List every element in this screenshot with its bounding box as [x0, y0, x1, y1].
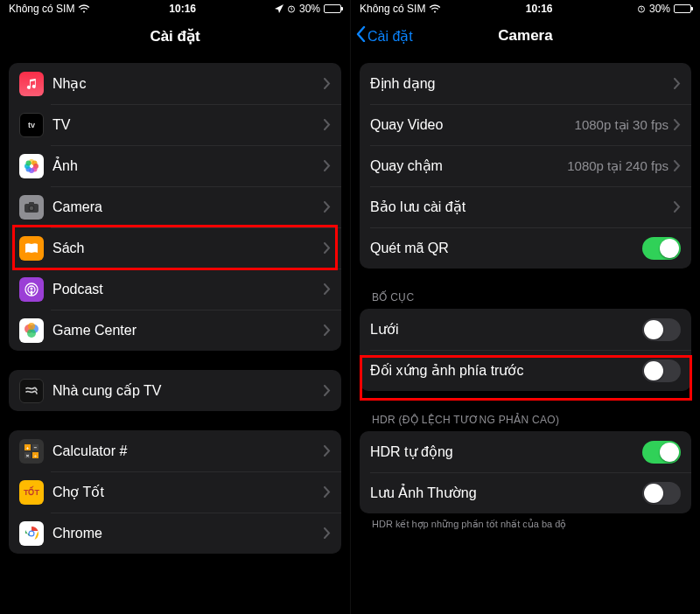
settings-group-thirdparty: +−×÷ Calculator # TỐT Chợ Tốt Chrome — [9, 430, 341, 554]
chrome-icon — [19, 521, 44, 546]
toggle-scan-qr[interactable] — [642, 237, 681, 260]
chevron-right-icon — [324, 283, 331, 295]
svg-point-19 — [28, 323, 35, 330]
svg-text:×: × — [26, 453, 30, 458]
section-header-layout: BỐ CỤC — [360, 269, 691, 309]
podcast-icon — [19, 277, 44, 302]
back-label: Cài đặt — [368, 28, 413, 45]
chevron-left-icon — [356, 26, 366, 45]
row-label: Sách — [52, 241, 324, 256]
row-keep-normal[interactable]: Lưu Ảnh Thường — [360, 472, 691, 513]
row-camera[interactable]: Camera — [9, 186, 341, 227]
chevron-right-icon — [324, 78, 331, 89]
settings-list[interactable]: Nhạc tv TV Ảnh Camera — [0, 54, 350, 614]
chevron-right-icon — [324, 486, 331, 498]
chevron-right-icon — [324, 324, 331, 336]
books-icon — [19, 236, 44, 261]
status-bar: Không có SIM 10:16 30% — [0, 0, 350, 17]
music-icon — [19, 72, 44, 96]
photos-icon — [19, 154, 44, 178]
row-grid[interactable]: Lưới — [360, 309, 691, 350]
row-label: Podcast — [52, 282, 324, 297]
toggle-grid[interactable] — [642, 318, 681, 341]
chevron-right-icon — [674, 201, 681, 213]
row-mirror-front[interactable]: Đối xứng ảnh phía trước — [360, 350, 691, 391]
page-title: Camera — [498, 27, 552, 45]
calculator-icon: +−×÷ — [19, 439, 44, 464]
chevron-right-icon — [324, 445, 331, 457]
settings-group-tvprov: Nhà cung cấp TV — [9, 370, 341, 411]
toggle-keep-normal[interactable] — [642, 482, 681, 505]
row-auto-hdr[interactable]: HDR tự động — [360, 431, 691, 472]
chevron-right-icon — [674, 78, 681, 89]
row-cho-tot[interactable]: TỐT Chợ Tốt — [9, 471, 341, 513]
row-books[interactable]: Sách — [9, 227, 341, 269]
row-label: Calculator # — [52, 443, 324, 459]
row-game-center[interactable]: Game Center — [9, 310, 341, 351]
row-label: HDR tự động — [370, 443, 642, 460]
row-label: Quay chậm — [370, 157, 567, 174]
row-music[interactable]: Nhạc — [9, 63, 341, 104]
chotot-icon: TỐT — [19, 480, 44, 505]
back-button[interactable]: Cài đặt — [356, 17, 413, 54]
row-photos[interactable]: Ảnh — [9, 145, 341, 186]
group-camera-main: Định dạng Quay Video 1080p tại 30 fps Qu… — [360, 63, 691, 269]
chevron-right-icon — [324, 385, 331, 396]
camera-settings-list[interactable]: Định dạng Quay Video 1080p tại 30 fps Qu… — [351, 54, 700, 614]
row-scan-qr[interactable]: Quét mã QR — [360, 227, 691, 269]
svg-text:+: + — [26, 445, 30, 450]
nav-header: Cài đặt Camera — [351, 17, 700, 54]
settings-group-apps: Nhạc tv TV Ảnh Camera — [9, 63, 341, 351]
clock-time: 10:16 — [169, 3, 196, 15]
row-calculator[interactable]: +−×÷ Calculator # — [9, 430, 341, 471]
svg-point-18 — [27, 329, 36, 338]
row-tv-provider[interactable]: Nhà cung cấp TV — [9, 370, 341, 411]
row-label: Camera — [52, 199, 324, 215]
carrier-text: Không có SIM — [360, 3, 425, 15]
screen-camera-settings: Không có SIM 10:16 30% Cài đặt Camera Đị… — [350, 0, 700, 614]
row-value: 1080p tại 240 fps — [567, 158, 668, 174]
row-tv[interactable]: tv TV — [9, 104, 341, 145]
toggle-mirror-front[interactable] — [642, 359, 681, 382]
camera-icon — [19, 195, 44, 220]
chevron-right-icon — [324, 160, 331, 171]
group-camera-hdr: HDR tự động Lưu Ảnh Thường — [360, 431, 691, 513]
row-label: Định dạng — [370, 75, 674, 92]
toggle-auto-hdr[interactable] — [642, 441, 681, 464]
hdr-footnote: HDR kết hợp những phần tốt nhất của ba đ… — [360, 513, 691, 530]
svg-point-15 — [31, 287, 33, 290]
row-label: Game Center — [52, 323, 324, 338]
row-preserve-settings[interactable]: Bảo lưu cài đặt — [360, 186, 691, 227]
section-header-hdr: HDR (ĐỘ LỆCH TƯƠNG PHẢN CAO) — [360, 391, 691, 431]
row-podcast[interactable]: Podcast — [9, 269, 341, 310]
row-label: Nhà cung cấp TV — [52, 382, 324, 399]
row-record-slomo[interactable]: Quay chậm 1080p tại 240 fps — [360, 145, 691, 186]
row-label: Ảnh — [52, 157, 324, 174]
row-label: Đối xứng ảnh phía trước — [370, 362, 642, 379]
row-value: 1080p tại 30 fps — [575, 117, 668, 133]
battery-pct: 30% — [299, 3, 320, 15]
status-bar: Không có SIM 10:16 30% — [351, 0, 700, 17]
chevron-right-icon — [324, 527, 331, 539]
battery-pct: 30% — [649, 3, 670, 15]
chevron-right-icon — [324, 242, 331, 254]
chevron-right-icon — [324, 119, 331, 130]
row-formats[interactable]: Định dạng — [360, 63, 691, 104]
page-title: Cài đặt — [150, 27, 200, 45]
screen-settings-root: Không có SIM 10:16 30% Cài đặt — [0, 0, 350, 614]
row-chrome[interactable]: Chrome — [9, 513, 341, 554]
chevron-right-icon — [674, 160, 681, 171]
wifi-icon — [429, 4, 441, 13]
row-record-video[interactable]: Quay Video 1080p tại 30 fps — [360, 104, 691, 145]
row-label: Chợ Tốt — [52, 484, 324, 500]
wifi-icon — [78, 4, 90, 13]
row-label: Quét mã QR — [370, 241, 642, 256]
chevron-right-icon — [324, 201, 331, 213]
svg-point-30 — [30, 531, 34, 535]
svg-point-8 — [26, 160, 32, 165]
svg-rect-12 — [29, 202, 34, 205]
alarm-icon — [287, 4, 296, 13]
clock-time: 10:16 — [526, 3, 553, 15]
game-center-icon — [19, 318, 44, 343]
row-label: Quay Video — [370, 117, 575, 133]
